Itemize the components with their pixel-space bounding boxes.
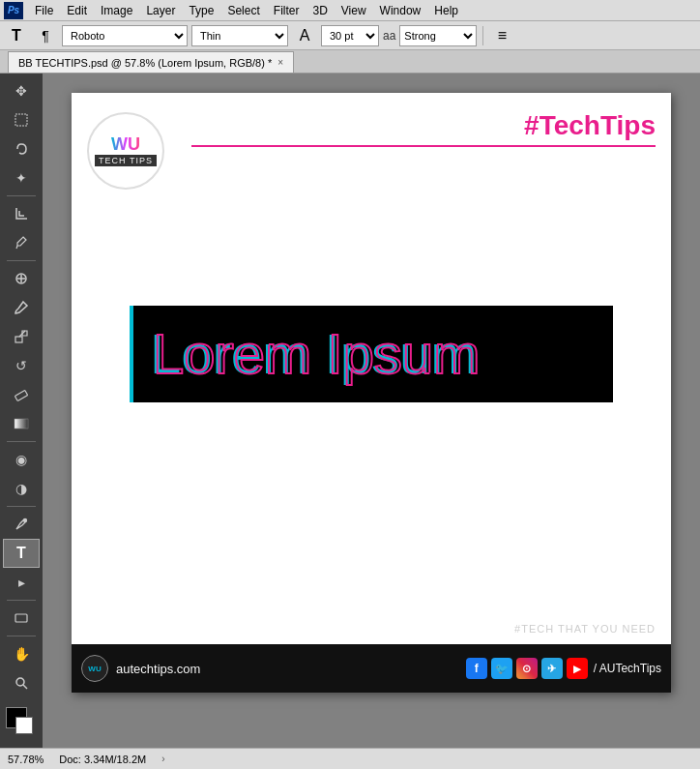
zoom-tool[interactable] [4,669,39,696]
tool-separator-3 [7,441,36,442]
dodge-tool[interactable]: ◑ [4,475,39,502]
menubar: Ps File Edit Image Layer Type Select Fil… [0,0,700,21]
tool-separator-5 [7,600,36,601]
toolbar-settings-button[interactable]: ≡ [489,24,514,47]
menu-view[interactable]: View [335,3,372,18]
text-block[interactable]: Lorem Ipsum [130,306,613,402]
brush-tool[interactable] [4,294,39,321]
doc-subtext: #TECH THAT YOU NEED [514,623,656,635]
menu-help[interactable]: Help [428,3,464,18]
svg-rect-9 [15,614,27,622]
menu-type[interactable]: Type [183,3,219,18]
font-size-select[interactable]: 30 pt [321,25,379,46]
telegram-icon: ✈ [541,658,563,679]
canvas-area[interactable]: WU TECH TIPS #TechTips Lorem Ipsum #TECH… [43,74,700,748]
eyedropper-tool[interactable] [4,229,39,256]
lorem-ipsum-text[interactable]: Lorem Ipsum [153,323,594,385]
font-family-select[interactable]: Roboto [62,25,188,46]
paragraph-icon[interactable]: ¶ [33,24,58,47]
status-arrow[interactable]: › [161,754,164,764]
tool-separator-1 [7,195,36,196]
tool-separator-6 [7,636,36,636]
menu-file[interactable]: File [29,3,59,18]
toolbar: T ¶ Roboto Thin A 30 pt aa Strong ≡ [0,21,700,50]
svg-rect-5 [15,337,22,342]
gradient-tool[interactable] [4,410,39,437]
tabbar: BB TECHTIPS.psd @ 57.8% (Lorem Ipsum, RG… [0,50,700,74]
menu-filter[interactable]: Filter [268,3,306,18]
svg-rect-0 [15,114,27,126]
tools-panel: ✥ ✦ [0,74,43,748]
logo-circle: WU TECH TIPS [87,112,164,190]
twitter-icon: 🐦 [491,658,512,679]
facebook-icon: f [466,658,487,679]
doc-title-bar: #TechTips [191,110,656,147]
footer-channel: / AUTechTips [594,662,661,675]
move-tool[interactable]: ✥ [4,77,39,104]
footer-url: autechtips.com [116,662,200,676]
font-size-icon: A [292,24,317,47]
menu-image[interactable]: Image [95,3,138,18]
doc-pink-line [191,145,656,147]
color-container[interactable] [6,707,37,738]
svg-line-1 [16,246,17,249]
logo-text-bottom: TECH TIPS [95,155,157,166]
footer-logo: WU [81,655,108,682]
svg-rect-6 [15,390,27,400]
lasso-tool[interactable] [4,135,39,163]
font-family-icon[interactable]: T [4,24,29,47]
anti-alias-label: aa [383,29,395,43]
menu-edit[interactable]: Edit [61,3,93,18]
menu-select[interactable]: Select [221,3,265,18]
pen-tool[interactable] [4,511,39,538]
menu-window[interactable]: Window [374,3,427,18]
eraser-tool[interactable] [4,381,39,408]
tab-filename: BB TECHTIPS.psd @ 57.8% (Lorem Ipsum, RG… [18,57,272,69]
doc-hashtag: #TechTips [191,110,656,141]
blur-tool[interactable]: ◉ [4,446,39,473]
logo-text-top: WU [111,135,140,153]
youtube-icon: ▶ [567,658,588,679]
zoom-level: 57.78% [8,754,44,765]
type-tool[interactable]: T [4,540,39,567]
svg-line-11 [23,685,27,689]
shape-tool[interactable] [4,605,39,632]
statusbar: 57.78% Doc: 3.34M/18.2M › [0,748,700,769]
ps-document: WU TECH TIPS #TechTips Lorem Ipsum #TECH… [72,93,671,693]
path-selection-tool[interactable]: ▸ [4,569,39,596]
doc-footer: WU autechtips.com f 🐦 ⊙ ✈ ▶ / AUTechTips [72,644,671,693]
background-color[interactable] [15,717,33,734]
toolbar-separator [482,26,483,45]
svg-rect-7 [15,419,28,429]
tab-close-button[interactable]: × [277,57,283,68]
healing-brush-tool[interactable] [4,265,39,292]
instagram-icon: ⊙ [516,658,538,679]
color-swatches [6,707,37,744]
menu-3d[interactable]: 3D [306,3,333,18]
doc-info: Doc: 3.34M/18.2M [59,754,146,765]
clone-stamp-tool[interactable] [4,323,39,350]
marquee-tool[interactable] [4,106,39,133]
ps-logo: Ps [4,2,23,19]
document-tab[interactable]: BB TECHTIPS.psd @ 57.8% (Lorem Ipsum, RG… [8,51,294,73]
menu-layer[interactable]: Layer [140,3,181,18]
footer-social: f 🐦 ⊙ ✈ ▶ / AUTechTips [466,658,661,679]
tool-separator-4 [7,506,36,507]
anti-alias-select[interactable]: Strong [399,25,477,46]
hand-tool[interactable]: ✋ [4,640,39,667]
footer-logo-text: WU [88,665,101,673]
crop-tool[interactable] [4,200,39,227]
main-area: ✥ ✦ [0,74,700,748]
history-brush-tool[interactable]: ↺ [4,352,39,379]
svg-point-10 [16,678,24,686]
font-weight-select[interactable]: Thin [191,25,288,46]
tool-separator-2 [7,260,36,261]
svg-point-8 [24,519,27,522]
magic-wand-tool[interactable]: ✦ [4,164,39,192]
